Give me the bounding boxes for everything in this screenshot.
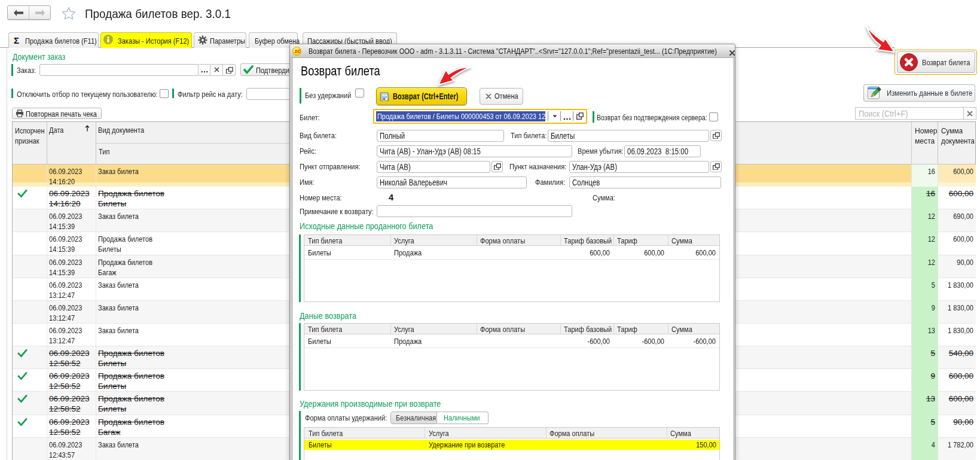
svg-text:ок: ок xyxy=(382,98,386,100)
